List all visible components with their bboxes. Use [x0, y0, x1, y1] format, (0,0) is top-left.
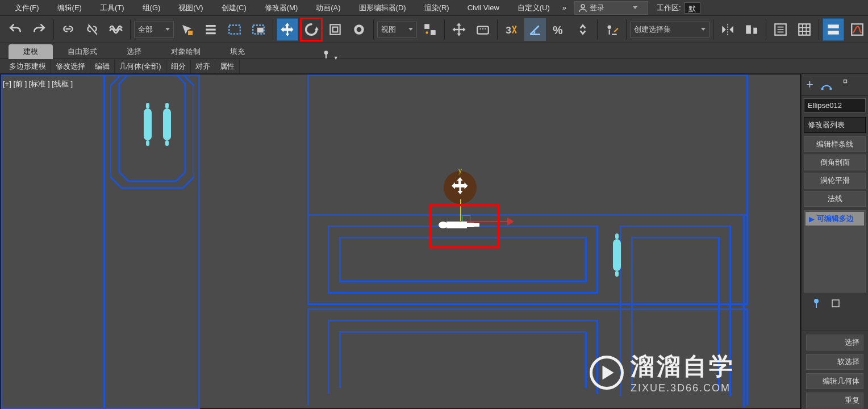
- menu-create[interactable]: 创建(C): [212, 1, 256, 15]
- tab-modeling[interactable]: 建模: [9, 44, 53, 59]
- sub-polygon-modeling[interactable]: 多边形建模: [5, 60, 51, 73]
- svg-rect-2: [229, 25, 240, 34]
- sub-align[interactable]: 对齐: [191, 60, 215, 73]
- redo-button[interactable]: [28, 18, 50, 41]
- mirror-button[interactable]: [717, 18, 738, 41]
- menu-animation[interactable]: 动画(A): [307, 1, 349, 15]
- sub-properties[interactable]: 属性: [215, 60, 240, 73]
- rectangular-selection-button[interactable]: [224, 18, 245, 41]
- svg-point-26: [439, 222, 448, 228]
- select-object-button[interactable]: [176, 18, 198, 41]
- create-tab-icon[interactable]: +: [806, 77, 813, 92]
- menu-edit[interactable]: 编辑(E): [48, 1, 91, 15]
- selection-set-dropdown[interactable]: 创建选择集: [630, 22, 710, 37]
- curve-editor-button[interactable]: [846, 18, 868, 41]
- sub-geometry-all[interactable]: 几何体(全部): [115, 60, 166, 73]
- menu-civil-view[interactable]: Civil View: [458, 1, 508, 14]
- chevron-down-icon: [165, 28, 170, 31]
- menu-tools[interactable]: 工具(T): [91, 1, 133, 15]
- svg-rect-31: [821, 88, 824, 90]
- pivot-center-button[interactable]: [419, 18, 441, 41]
- select-scale-button[interactable]: [324, 18, 346, 41]
- select-by-name-button[interactable]: [200, 18, 222, 41]
- reference-coord-dropdown[interactable]: 视图: [377, 22, 417, 37]
- sub-modify-selection[interactable]: 修改选择: [51, 60, 90, 73]
- sub-edit[interactable]: 编辑: [90, 60, 115, 73]
- login-button[interactable]: 登录: [574, 1, 648, 15]
- svg-rect-29: [473, 223, 479, 227]
- angle-snap-button[interactable]: [524, 18, 546, 41]
- sub-subdivision[interactable]: 细分: [166, 60, 191, 73]
- stack-tool-row: [802, 295, 868, 312]
- rollout-edit-geometry[interactable]: 编辑几何体: [806, 373, 863, 389]
- snap-3d-button[interactable]: 3: [500, 18, 522, 41]
- align-button[interactable]: [741, 18, 762, 41]
- modifier-stack[interactable]: ▶ 可编辑多边: [804, 210, 866, 293]
- selection-filter-dropdown[interactable]: 全部: [134, 22, 174, 37]
- window-crossing-button[interactable]: [248, 18, 269, 41]
- svg-rect-5: [330, 24, 340, 34]
- rollout-reset[interactable]: 重复: [806, 393, 863, 408]
- turbo-smooth-button[interactable]: 涡轮平滑: [804, 173, 866, 189]
- keyboard-shortcut-button[interactable]: [472, 18, 494, 41]
- hierarchy-tab-icon[interactable]: [840, 79, 851, 90]
- select-place-button[interactable]: [348, 18, 370, 41]
- rollout-soft-selection[interactable]: 软选择: [806, 354, 863, 370]
- unlink-button[interactable]: [81, 18, 103, 41]
- link-button[interactable]: [57, 18, 79, 41]
- workspace-label: 工作区:: [657, 3, 681, 13]
- tab-object-paint[interactable]: 对象绘制: [156, 44, 215, 59]
- command-panel-tabs: +: [802, 74, 868, 96]
- menu-modifier[interactable]: 修改器(M): [256, 1, 307, 15]
- menu-file[interactable]: 文件(F): [6, 1, 48, 15]
- layer-explorer-button[interactable]: [794, 18, 815, 41]
- tab-selection[interactable]: 选择: [112, 44, 156, 59]
- expand-icon[interactable]: ▶: [809, 215, 815, 223]
- manipulate-button[interactable]: [448, 18, 470, 41]
- edit-spline-button[interactable]: 编辑样条线: [804, 136, 866, 152]
- menu-graph-editors[interactable]: 图形编辑器(D): [350, 1, 415, 15]
- show-end-result-icon[interactable]: [831, 299, 840, 308]
- menu-render[interactable]: 渲染(R): [415, 1, 458, 15]
- menu-customize[interactable]: 自定义(U): [508, 1, 559, 15]
- tab-populate[interactable]: 填充: [215, 44, 260, 59]
- svg-rect-10: [431, 30, 436, 35]
- gizmo-y-label: y: [458, 166, 462, 174]
- svg-point-11: [425, 31, 428, 34]
- toggle-ribbon-button[interactable]: [823, 18, 844, 41]
- watermark-logo: 溜溜自学 ZIXUE.3D66.COM: [590, 350, 735, 394]
- svg-rect-22: [852, 24, 863, 35]
- svg-rect-4: [257, 27, 264, 32]
- chamfer-profile-button[interactable]: 倒角剖面: [804, 155, 866, 170]
- undo-button[interactable]: [5, 18, 26, 41]
- viewport-front[interactable]: [+] [前 ] [标准 ] [线框 ] y: [0, 74, 801, 409]
- svg-text:%: %: [553, 23, 563, 36]
- svg-point-23: [324, 51, 328, 55]
- ribbon-pin-icon[interactable]: ▼: [321, 49, 339, 61]
- svg-rect-12: [477, 26, 489, 34]
- bind-spacewarp-button[interactable]: [105, 18, 127, 41]
- workspace-selector[interactable]: 默: [685, 2, 700, 14]
- modify-tab-icon[interactable]: [820, 78, 833, 91]
- select-rotate-button[interactable]: [301, 18, 322, 41]
- menu-group[interactable]: 组(G): [133, 1, 170, 15]
- command-panel: + Ellipse012 修改器列表 编辑样条线 倒角剖面 涡轮平滑 法线 ▶ …: [801, 74, 868, 409]
- working-pivot-button[interactable]: [601, 18, 623, 41]
- menu-views[interactable]: 视图(V): [169, 1, 212, 15]
- watermark-text-en: ZIXUE.3D66.COM: [631, 382, 735, 394]
- object-name-field[interactable]: Ellipse012: [804, 98, 866, 112]
- spinner-snap-button[interactable]: [572, 18, 594, 41]
- login-label: 登录: [590, 3, 604, 13]
- modifier-list-dropdown[interactable]: 修改器列表: [804, 117, 866, 133]
- pin-stack-icon[interactable]: [812, 298, 821, 308]
- rollout-selection[interactable]: 选择: [806, 335, 863, 350]
- tab-freeform[interactable]: 自由形式: [53, 44, 112, 59]
- handle-shape: [144, 108, 152, 140]
- stack-editable-poly[interactable]: ▶ 可编辑多边: [806, 212, 864, 226]
- move-gizmo[interactable]: y: [441, 171, 477, 204]
- normal-button[interactable]: 法线: [804, 191, 866, 207]
- scene-explorer-button[interactable]: [770, 18, 791, 41]
- select-move-button[interactable]: [277, 18, 298, 41]
- percent-snap-button[interactable]: %: [548, 18, 570, 41]
- menu-more[interactable]: »: [559, 1, 570, 14]
